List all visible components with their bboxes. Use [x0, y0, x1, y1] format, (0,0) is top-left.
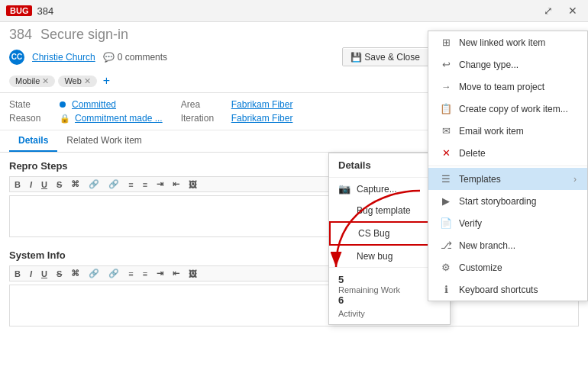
storyboarding-icon: ▶	[439, 195, 453, 207]
link2-button[interactable]: 🔗	[105, 179, 122, 190]
ctx-email[interactable]: ✉ Email work item	[428, 120, 587, 142]
templates-icon: ☰	[439, 173, 453, 185]
reason-value[interactable]: Commitment made ...	[75, 113, 163, 124]
remaining-work-value: 5	[338, 274, 441, 285]
email-icon: ✉	[439, 125, 453, 137]
ctx-customize-label: Customize	[459, 262, 502, 273]
si-italic-button[interactable]: I	[27, 268, 35, 279]
comments-icon: 💬	[103, 52, 115, 63]
tag-web: Web ✕	[58, 76, 96, 87]
ctx-verify[interactable]: 📄 Verify	[428, 212, 587, 234]
delete-icon: ✕	[439, 147, 453, 159]
indent-button[interactable]: ⇥	[153, 179, 166, 190]
si-underline-button[interactable]: U	[38, 268, 50, 279]
si-image-button[interactable]: 🖼	[186, 268, 200, 279]
activity-label: Activity	[338, 309, 441, 318]
tag-mobile-close[interactable]: ✕	[42, 76, 49, 86]
ctx-templates-label: Templates	[459, 174, 501, 185]
activity-value: 6	[338, 294, 441, 306]
tag-web-label: Web	[64, 76, 81, 85]
tag-mobile-label: Mobile	[15, 76, 40, 85]
author-name[interactable]: Christie Church	[32, 52, 95, 63]
ctx-create-copy[interactable]: 📋 Create copy of work item...	[428, 98, 587, 120]
ctx-customize[interactable]: ⚙ Customize	[428, 256, 587, 278]
si-list2-button[interactable]: ≡	[140, 268, 150, 279]
new-bug-label: New bug	[357, 251, 393, 262]
new-linked-icon: ⊞	[439, 37, 453, 48]
save-icon: 💾	[351, 52, 362, 63]
work-item-title-text: Secure sign-in	[40, 27, 128, 42]
title-bar: BUG 384 ⤢ ✕	[0, 0, 588, 22]
outdent-button[interactable]: ⇤	[170, 179, 183, 190]
strikethrough-button[interactable]: S	[53, 179, 65, 190]
si-link-button[interactable]: 🔗	[86, 268, 102, 279]
tag-web-close[interactable]: ✕	[84, 76, 91, 86]
ctx-delete-label: Delete	[459, 148, 486, 159]
move-team-icon: →	[439, 81, 453, 92]
si-code-button[interactable]: ⌘	[68, 268, 82, 279]
ctx-verify-label: Verify	[459, 218, 482, 229]
si-strikethrough-button[interactable]: S	[53, 268, 65, 279]
avatar: CC	[9, 50, 24, 65]
title-bar-number: 384	[37, 5, 53, 17]
main-content: Repro Steps B I U S ⌘ 🔗 🔗 ≡ ≡ ⇥ ⇤ 🖼 Syst…	[0, 153, 588, 363]
keyboard-shortcuts-icon: ℹ	[439, 284, 453, 295]
si-list-button[interactable]: ≡	[125, 268, 136, 279]
ctx-new-linked-label: New linked work item	[459, 37, 545, 48]
customize-icon: ⚙	[439, 262, 453, 273]
bold-button[interactable]: B	[11, 179, 24, 190]
tab-related-work-item[interactable]: Related Work item	[57, 130, 150, 152]
ctx-move-team[interactable]: → Move to team project	[428, 76, 587, 98]
ctx-move-team-label: Move to team project	[459, 82, 544, 92]
title-bar-right: ⤢ ✕	[539, 3, 582, 18]
ctx-delete[interactable]: ✕ Delete	[428, 142, 587, 164]
bug-template-label: Bug template	[357, 205, 411, 216]
ctx-create-copy-label: Create copy of work item...	[459, 104, 568, 114]
cs-bug-label: CS Bug	[358, 228, 389, 239]
area-group: Area Fabrikam Fiber Iteration Fabrikam F…	[181, 99, 293, 124]
add-tag-button[interactable]: +	[100, 74, 113, 88]
state-value[interactable]: Committed	[72, 99, 116, 110]
comments-button[interactable]: 💬 0 comments	[103, 52, 167, 63]
iteration-label: Iteration	[181, 113, 227, 124]
ctx-storyboarding[interactable]: ▶ Start storyboarding	[428, 190, 587, 212]
ctx-divider	[428, 166, 587, 166]
save-close-button[interactable]: 💾 Save & Close	[343, 49, 428, 66]
list-button[interactable]: ≡	[125, 179, 136, 190]
link-button[interactable]: 🔗	[86, 179, 102, 190]
area-value[interactable]: Fabrikam Fiber	[231, 99, 293, 110]
si-outdent-button[interactable]: ⇤	[170, 268, 183, 279]
tab-details[interactable]: Details	[9, 130, 57, 152]
bug-badge: BUG	[6, 5, 32, 16]
expand-button[interactable]: ⤢	[539, 3, 557, 18]
underline-button[interactable]: U	[38, 179, 50, 190]
ctx-storyboarding-label: Start storyboarding	[459, 196, 536, 207]
si-indent-button[interactable]: ⇥	[153, 268, 166, 279]
save-close-label: Save & Close	[364, 52, 420, 63]
work-item-number: 384	[9, 27, 32, 42]
close-button[interactable]: ✕	[564, 3, 582, 18]
image-button[interactable]: 🖼	[186, 179, 200, 190]
iteration-row: Iteration Fabrikam Fiber	[181, 113, 293, 124]
ctx-change-type-label: Change type...	[459, 60, 519, 70]
code-button[interactable]: ⌘	[68, 179, 82, 190]
context-menu: ⊞ New linked work item ↩ Change type... …	[428, 31, 588, 301]
ctx-keyboard-shortcuts[interactable]: ℹ Keyboard shortcuts	[428, 278, 587, 301]
iteration-value[interactable]: Fabrikam Fiber	[231, 113, 293, 124]
ctx-change-type[interactable]: ↩ Change type...	[428, 53, 587, 76]
ctx-new-linked[interactable]: ⊞ New linked work item	[428, 31, 587, 53]
ctx-templates[interactable]: ☰ Templates ›	[428, 168, 587, 190]
italic-button[interactable]: I	[27, 179, 35, 190]
si-link2-button[interactable]: 🔗	[105, 268, 122, 279]
comments-count: 0 comments	[118, 52, 167, 63]
reason-label: Reason	[9, 113, 55, 124]
ctx-new-branch[interactable]: ⎇ New branch...	[428, 234, 587, 256]
list2-button[interactable]: ≡	[140, 179, 150, 190]
state-label: State	[9, 99, 55, 110]
create-copy-icon: 📋	[439, 103, 453, 114]
new-branch-icon: ⎇	[439, 240, 453, 251]
si-bold-button[interactable]: B	[11, 268, 24, 279]
lock-icon: 🔒	[60, 114, 70, 124]
ctx-new-branch-label: New branch...	[459, 240, 515, 251]
state-row: State Committed	[9, 99, 163, 110]
